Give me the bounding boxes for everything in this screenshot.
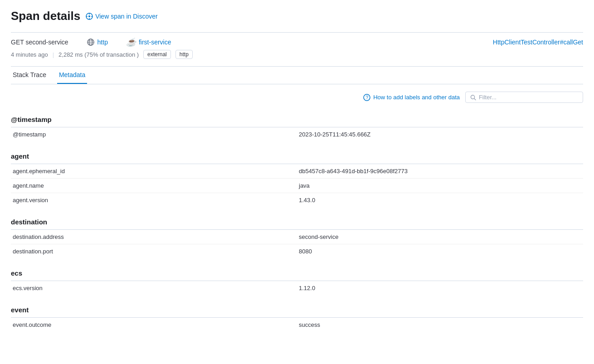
- table-row: agent.name java: [11, 179, 583, 193]
- how-to-link[interactable]: ? How to add labels and other data: [363, 94, 460, 101]
- page-title: Span details: [11, 9, 80, 23]
- row-key: ecs.version: [11, 281, 297, 296]
- span-duration: 2,282 ms (75% of transaction ): [58, 51, 139, 58]
- svg-point-1: [88, 15, 90, 17]
- table-destination: destination.address second-service desti…: [11, 229, 583, 258]
- table-row: event.outcome success: [11, 318, 583, 332]
- span-type-item: http: [87, 38, 108, 46]
- time-ago: 4 minutes ago: [11, 51, 48, 58]
- table-row: destination.address second-service: [11, 230, 583, 244]
- table-agent: agent.ephemeral_id db5457c8-a643-491d-bb…: [11, 164, 583, 207]
- badge-http: http: [175, 50, 193, 59]
- section-event: event event.outcome success: [11, 299, 583, 332]
- badge-external: external: [143, 50, 171, 59]
- row-value: 8080: [297, 244, 583, 259]
- metadata-toolbar: ? How to add labels and other data: [11, 84, 583, 108]
- globe-icon: [87, 38, 95, 46]
- service-name-link[interactable]: first-service: [139, 39, 171, 46]
- section-title-timestamp: @timestamp: [11, 108, 583, 127]
- row-value: db5457c8-a643-491d-bb1f-9c96e08f2773: [297, 164, 583, 179]
- svg-text:?: ?: [366, 95, 369, 100]
- row-value: java: [297, 179, 583, 193]
- row-value: 1.43.0: [297, 193, 583, 208]
- row-key: agent.version: [11, 193, 297, 208]
- section-title-event: event: [11, 299, 583, 317]
- span-type-link[interactable]: http: [97, 39, 108, 46]
- row-value: success: [297, 318, 583, 332]
- row-key: @timestamp: [11, 127, 297, 142]
- table-row: ecs.version 1.12.0: [11, 281, 583, 296]
- help-icon: ?: [363, 94, 370, 101]
- tab-stack-trace[interactable]: Stack Trace: [11, 67, 48, 84]
- header-divider: [11, 32, 583, 33]
- section-title-ecs: ecs: [11, 262, 583, 281]
- section-agent: agent agent.ephemeral_id db5457c8-a643-4…: [11, 145, 583, 207]
- section-ecs: ecs ecs.version 1.12.0: [11, 262, 583, 295]
- metadata-content: @timestamp @timestamp 2023-10-25T11:45:4…: [11, 108, 583, 332]
- page-header: Span details View span in Discover: [11, 9, 583, 23]
- span-name: GET second-service: [11, 39, 68, 46]
- table-row: @timestamp 2023-10-25T11:45:45.666Z: [11, 127, 583, 142]
- filter-wrapper: [465, 92, 583, 103]
- java-icon: ☕: [126, 38, 136, 46]
- table-row: agent.version 1.43.0: [11, 193, 583, 208]
- row-value: second-service: [297, 230, 583, 244]
- view-span-label: View span in Discover: [95, 13, 157, 20]
- section-destination: destination destination.address second-s…: [11, 211, 583, 258]
- section-title-destination: destination: [11, 211, 583, 229]
- table-timestamp: @timestamp 2023-10-25T11:45:45.666Z: [11, 127, 583, 141]
- row-value: 1.12.0: [297, 281, 583, 296]
- tabs-container: Stack Trace Metadata: [11, 67, 583, 84]
- discover-icon: [86, 13, 93, 20]
- section-title-agent: agent: [11, 145, 583, 164]
- section-timestamp: @timestamp @timestamp 2023-10-25T11:45:4…: [11, 108, 583, 141]
- table-ecs: ecs.version 1.12.0: [11, 281, 583, 295]
- filter-input[interactable]: [479, 94, 578, 101]
- row-key: destination.port: [11, 244, 297, 259]
- row-value: 2023-10-25T11:45:45.666Z: [297, 127, 583, 142]
- controller-link[interactable]: HttpClientTestController#callGet: [493, 39, 583, 46]
- row-key: event.outcome: [11, 318, 297, 332]
- how-to-label: How to add labels and other data: [373, 94, 460, 101]
- span-time-row: 4 minutes ago | 2,282 ms (75% of transac…: [11, 50, 583, 59]
- row-separator: |: [53, 51, 54, 58]
- span-meta-row: GET second-service http ☕ first-service …: [11, 38, 583, 46]
- span-service-item: ☕ first-service: [126, 38, 171, 46]
- row-key: agent.name: [11, 179, 297, 193]
- table-event: event.outcome success: [11, 317, 583, 332]
- row-key: agent.ephemeral_id: [11, 164, 297, 179]
- view-span-link[interactable]: View span in Discover: [86, 13, 157, 20]
- page-container: Span details View span in Discover GET s…: [0, 0, 594, 345]
- table-row: destination.port 8080: [11, 244, 583, 259]
- tab-metadata[interactable]: Metadata: [57, 67, 87, 84]
- table-row: agent.ephemeral_id db5457c8-a643-491d-bb…: [11, 164, 583, 179]
- row-key: destination.address: [11, 230, 297, 244]
- search-icon: [470, 94, 476, 101]
- svg-line-14: [474, 98, 476, 100]
